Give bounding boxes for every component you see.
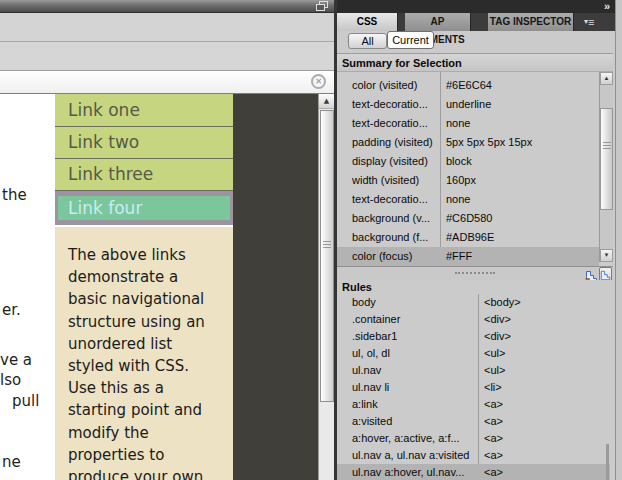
clipped-text-fragment: er. (2, 301, 21, 319)
nav-link-three[interactable]: Link three (55, 159, 233, 191)
splitter-grip[interactable] (455, 272, 495, 274)
pane-splitter[interactable] (337, 266, 613, 280)
rules-section-title: Rules (337, 280, 613, 294)
css-styles-panel: » CSS STYLES AP ELEMENTS TAG INSPECTOR ▾… (337, 0, 622, 480)
dreamweaver-workspace: ✕ the er. ve a lso pull ne Link one Link… (0, 0, 622, 480)
toolbar-row-lower (0, 42, 334, 71)
document-scrollbar-thumb[interactable] (320, 110, 334, 402)
rule-row[interactable]: .sidebar1<div> (337, 328, 610, 345)
panel-menu-icon[interactable]: ▾≡ (584, 16, 594, 28)
nav-link-four-selected[interactable]: Link four (55, 191, 233, 225)
current-mode-button[interactable]: Current (387, 31, 434, 49)
restore-window-icon[interactable] (316, 1, 329, 12)
live-view-selection-highlight: Link four (58, 196, 230, 220)
summary-row-selected[interactable]: color (focus)#FFF (337, 247, 599, 266)
page-background (233, 94, 318, 480)
sidebar-content[interactable]: The above links demonstrate a basic navi… (55, 227, 233, 480)
rule-row[interactable]: .container<div> (337, 311, 610, 328)
sidebar-paragraph: The above links demonstrate a basic navi… (55, 227, 233, 480)
tab-ap-elements[interactable]: AP ELEMENTS (405, 13, 471, 31)
scroll-up-icon[interactable]: ▲ (600, 72, 613, 85)
summary-row[interactable]: padding (visited)5px 5px 5px 15px (337, 133, 599, 152)
summary-row[interactable]: text-decoratio...none (337, 190, 599, 209)
scroll-down-icon[interactable]: ▼ (600, 249, 613, 262)
document-title-strip (0, 0, 334, 13)
browser-navigation-bar[interactable]: ✕ (0, 71, 334, 94)
all-mode-button[interactable]: All (348, 33, 387, 49)
summary-row[interactable]: width (visited)160px (337, 171, 599, 190)
stop-close-icon[interactable]: ✕ (311, 74, 326, 89)
scroll-up-icon[interactable]: ▲ (319, 94, 334, 109)
rule-row[interactable]: ul.nav a, ul.nav a:visited<a> (337, 447, 610, 464)
summary-section-title: Summary for Selection (337, 54, 613, 72)
rule-row[interactable]: a:hover, a:active, a:f...<a> (337, 430, 610, 447)
rule-row[interactable]: a:visited<a> (337, 413, 610, 430)
rule-row-selected[interactable]: ul.nav a:hover, ul.nav...<a> (337, 464, 610, 480)
summary-property-list: color (visited)#6E6C64 text-decoratio...… (337, 72, 599, 266)
rule-row[interactable]: a:link<a> (337, 396, 610, 413)
rules-list: body<body> .container<div> .sidebar1<div… (337, 294, 613, 480)
panel-tab-bar: CSS STYLES AP ELEMENTS TAG INSPECTOR ▾≡ (337, 13, 615, 31)
toolbar-row-upper (0, 13, 334, 42)
clipped-text-fragment: pull (12, 392, 39, 410)
clipped-text-fragment: lso (0, 371, 21, 389)
design-view-canvas[interactable]: the er. ve a lso pull ne Link one Link t… (0, 94, 334, 480)
nav-link-two[interactable]: Link two (55, 127, 233, 159)
rule-row[interactable]: ul.nav li<li> (337, 379, 610, 396)
clipped-text-fragment: ne (2, 453, 21, 471)
summary-row[interactable]: background (f...#ADB96E (337, 228, 599, 247)
rules-scrollbar-stub[interactable] (606, 444, 609, 480)
rule-row[interactable]: ul, ol, dl<ul> (337, 345, 610, 362)
summary-row[interactable]: text-decoratio...underline (337, 95, 599, 114)
scrollbar-grip (323, 241, 331, 250)
nav-link-one[interactable]: Link one (55, 94, 233, 127)
panel-dock-edge[interactable] (615, 0, 622, 480)
summary-scrollbar-thumb[interactable] (600, 108, 613, 210)
rule-row[interactable]: body<body> (337, 294, 610, 311)
collapse-to-icons-icon[interactable]: » (604, 0, 610, 12)
tab-css-styles[interactable]: CSS STYLES (337, 13, 398, 31)
tab-tag-inspector[interactable]: TAG INSPECTOR (488, 13, 574, 31)
summary-row[interactable]: color (visited)#6E6C64 (337, 76, 599, 95)
clipped-text-fragment: the (2, 186, 27, 204)
summary-scrollbar[interactable]: ▲ ▼ (599, 72, 613, 262)
clipped-text-fragment: ve a (0, 351, 32, 369)
panel-dock-header: » (337, 0, 615, 13)
summary-row[interactable]: display (visited)block (337, 152, 599, 171)
summary-row[interactable]: background (v...#C6D580 (337, 209, 599, 228)
sidebar-nav-list: Link one Link two Link three Link four (55, 94, 233, 225)
document-scrollbar[interactable]: ▲ (318, 94, 334, 480)
summary-row[interactable]: text-decoratio...none (337, 114, 599, 133)
scrollbar-grip (603, 142, 611, 151)
rule-row[interactable]: ul.nav<ul> (337, 362, 610, 379)
